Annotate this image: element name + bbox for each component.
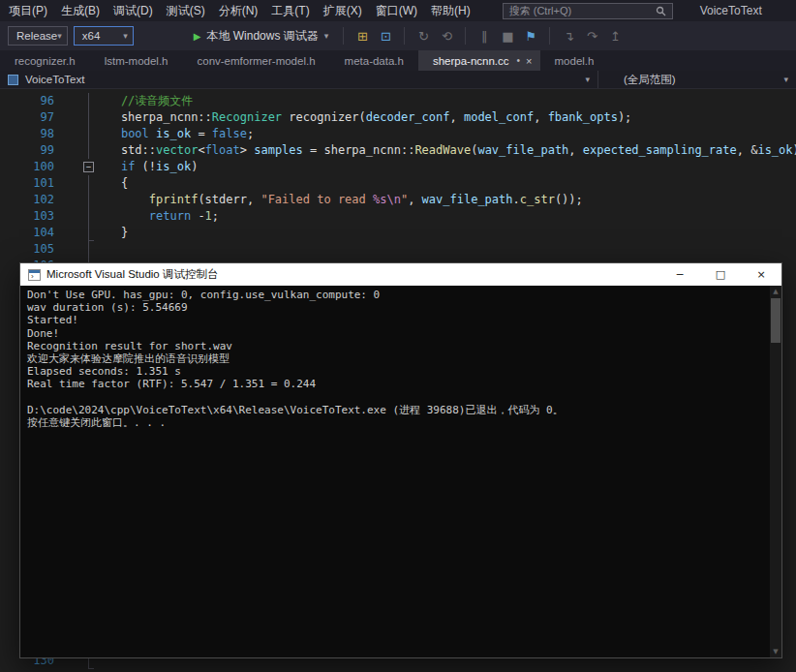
code-text: } (93, 225, 128, 241)
menu-item-b[interactable]: 生成(B) (54, 0, 107, 21)
code-token: , (408, 193, 421, 206)
close-button[interactable]: × (741, 263, 781, 286)
break-all-icon[interactable]: ‖ (475, 29, 494, 44)
code-token: model_conf (464, 110, 534, 124)
tab-label: model.h (555, 55, 595, 67)
console-line: Done! (27, 327, 770, 340)
tab-bar: recognizer.hlstm-model.hconv-emformer-mo… (0, 50, 796, 71)
step-over-icon[interactable]: ↷ (582, 29, 601, 44)
stop-icon[interactable]: ■ (498, 29, 517, 44)
tab-close-icon[interactable]: × (526, 55, 532, 67)
code-token: samples (254, 143, 303, 157)
fold-guide-line (88, 192, 89, 208)
scrollbar-thumb[interactable] (771, 298, 781, 343)
tab-sherpa-ncnn-cc[interactable]: sherpa-ncnn.cc•× (418, 50, 540, 71)
tab-label: recognizer.h (15, 55, 76, 67)
vs-window: 项目(P)生成(B)调试(D)测试(S)分析(N)工具(T)扩展(X)窗口(W)… (0, 0, 796, 672)
toolbar-separator (465, 27, 466, 45)
step-into-icon[interactable]: ↴ (559, 29, 578, 44)
tab-label: lstm-model.h (105, 55, 168, 67)
code-text: { (93, 175, 128, 192)
tab-meta-data-h[interactable]: meta-data.h (330, 50, 418, 71)
code-text: sherpa_ncnn::Recognizer recognizer(decod… (93, 109, 631, 126)
scroll-down-icon[interactable]: ▼ (770, 646, 781, 657)
code-token: "Failed to read (260, 193, 373, 206)
menu-item-n[interactable]: 分析(N) (212, 0, 265, 21)
start-debug-button[interactable]: ▶ 本地 Windows 调试器 ▾ (194, 28, 329, 45)
tab-label: conv-emformer-model.h (197, 55, 315, 67)
chevron-down-icon: ▾ (123, 31, 128, 41)
fold-collapse-icon[interactable]: − (83, 162, 94, 172)
chevron-down-icon: ▾ (324, 31, 329, 41)
console-line: Real time factor (RTF): 5.547 / 1.351 = … (27, 378, 770, 390)
tab-recognizer-h[interactable]: recognizer.h (0, 50, 90, 71)
menu-item-x[interactable]: 扩展(X) (317, 0, 369, 21)
menu-item-d[interactable]: 调试(D) (107, 0, 160, 21)
code-text: std::vector<float> samples = sherpa_ncnn… (93, 142, 796, 159)
code-token: false (212, 127, 247, 140)
menu-item-p[interactable]: 项目(P) (2, 0, 54, 21)
restart-icon[interactable]: ⟲ (437, 29, 456, 44)
fold-end-mark (88, 668, 94, 669)
code-token: wav_file_path (477, 143, 568, 157)
console-line: Recognition result for short.wav (27, 340, 770, 352)
menu-item-t[interactable]: 工具(T) (264, 0, 316, 21)
fold-guide-line (88, 126, 89, 142)
project-dropdown[interactable]: VoiceToText ▾ (0, 71, 597, 88)
device-preview-icon[interactable]: ⊡ (376, 29, 395, 44)
tab-model-h[interactable]: model.h (540, 50, 609, 71)
solution-config-dropdown[interactable]: Release ▾ (8, 26, 68, 46)
step-out-icon[interactable]: ↥ (605, 29, 625, 44)
fold-margin (54, 175, 93, 192)
tab-conv-emformer-model-h[interactable]: conv-emformer-model.h (182, 50, 329, 71)
menu-item-h[interactable]: 帮助(H) (424, 0, 477, 21)
code-token: , (568, 143, 582, 157)
code-text: if (!is_ok) (93, 159, 198, 175)
solution-platform-dropdown[interactable]: x64 ▾ (74, 26, 134, 46)
code-token: , & (737, 143, 758, 157)
console-line: 按任意键关闭此窗口。. . . (27, 416, 770, 429)
scope-dropdown[interactable]: (全局范围) ▾ (597, 71, 796, 88)
tab-label: sherpa-ncnn.cc (433, 55, 509, 67)
play-icon: ▶ (194, 31, 201, 42)
console-line: Started! (27, 314, 770, 326)
maximize-button[interactable]: □ (700, 263, 741, 286)
code-line-96: 96 //读音频文件 (0, 93, 796, 109)
fold-margin (54, 109, 93, 126)
console-line: Elapsed seconds: 1.351 s (27, 365, 770, 378)
scroll-up-icon[interactable]: ▲ (770, 286, 781, 297)
console-output: Don't Use GPU. has_gpu: 0, config.use_vu… (20, 286, 770, 657)
code-line-103: 103 return -1; (0, 208, 796, 225)
code-token: float (205, 143, 240, 157)
console-line: Don't Use GPU. has_gpu: 0, config.use_vu… (27, 289, 770, 301)
code-token: > (240, 143, 254, 157)
minimize-button[interactable]: ─ (659, 263, 700, 286)
code-token: bool (121, 127, 149, 140)
code-token: fbank_opts (548, 110, 618, 124)
code-text: fprintf(stderr, "Failed to read %s\n", w… (93, 192, 583, 208)
fold-guide-line (88, 175, 89, 192)
code-text: //读音频文件 (93, 93, 193, 109)
code-token: { (93, 176, 128, 190)
chevron-down-icon: ▾ (57, 31, 62, 41)
show-next-statement-icon[interactable]: ⚑ (521, 29, 540, 44)
console-title-bar[interactable]: Microsoft Visual Studio 调试控制台 ─ □ × (20, 263, 781, 286)
code-text: bool is_ok = false; (93, 126, 254, 142)
search-icon (656, 6, 666, 16)
code-token: (! (135, 160, 156, 173)
console-title: Microsoft Visual Studio 调试控制台 (46, 267, 218, 282)
console-scrollbar[interactable]: ▲ ▼ (770, 286, 781, 657)
code-token: %s (373, 193, 386, 206)
console-line: wav duration (s): 5.54669 (27, 301, 770, 314)
code-token: = sherpa_ncnn:: (303, 143, 415, 157)
search-box[interactable]: 搜索 (Ctrl+Q) (503, 3, 673, 19)
attach-process-icon[interactable]: ⊞ (352, 29, 372, 44)
menu-item-s[interactable]: 测试(S) (160, 0, 212, 21)
chevron-down-icon: ▾ (783, 75, 788, 84)
menu-bar-items: 项目(P)生成(B)调试(D)测试(S)分析(N)工具(T)扩展(X)窗口(W)… (2, 0, 477, 21)
menu-item-w[interactable]: 窗口(W) (369, 0, 424, 21)
code-token: decoder_conf (366, 110, 450, 124)
fold-margin (54, 192, 93, 208)
tab-lstm-model-h[interactable]: lstm-model.h (90, 50, 183, 71)
hot-reload-icon[interactable]: ↻ (413, 29, 433, 44)
